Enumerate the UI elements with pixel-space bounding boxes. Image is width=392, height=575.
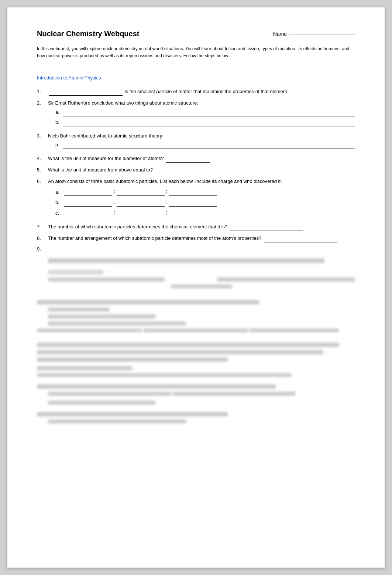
q6-b-sep1: ; — [114, 198, 115, 206]
question-7: 7. The number of which subatomic particl… — [37, 223, 355, 231]
blurred-sub-5 — [48, 419, 355, 423]
blurred-line-2 — [48, 278, 165, 282]
blurred-line-18 — [48, 392, 171, 396]
q7-text: The number of which subatomic particles … — [48, 224, 229, 229]
q6-b-label: b. — [55, 199, 63, 207]
q5-blank[interactable] — [155, 174, 229, 174]
section-link[interactable]: Introduction to Atomic Physics — [37, 75, 101, 81]
blurred-title-1 — [48, 270, 103, 275]
question-5: 5. What is the unit of measure from abov… — [37, 166, 355, 174]
q9-content — [48, 245, 355, 253]
question-6: 6. An atom consists of three basic subat… — [37, 178, 355, 220]
blurred-line-6 — [48, 307, 109, 312]
q4-blank[interactable] — [166, 162, 210, 163]
blurred-line-14 — [37, 357, 228, 362]
question-3: 3. Niels Bohr contributed what to atomic… — [37, 132, 355, 152]
q4-num: 4. — [37, 155, 48, 163]
q2-num: 2. — [37, 99, 48, 128]
q6-b-blank1[interactable] — [64, 200, 112, 207]
blurred-block-3 — [37, 343, 355, 377]
q2-text: Sir Ernst Rutherford concluded what two … — [48, 100, 198, 106]
q6-c-label: c. — [55, 210, 63, 217]
header: Nuclear Chemistry Webquest Name — [37, 30, 355, 38]
q6-b-blank3[interactable] — [169, 200, 217, 207]
q1-num: 1. — [37, 88, 48, 96]
q2-sub-a-blank[interactable] — [63, 110, 355, 116]
blurred-section — [37, 258, 355, 423]
q8-blank[interactable] — [264, 242, 337, 242]
q4-content: What is the unit of measure for the diam… — [48, 155, 355, 163]
blurred-line-3 — [217, 278, 355, 282]
blurred-block-4 — [37, 384, 355, 405]
blurred-line-8 — [48, 321, 186, 326]
question-1: 1. is the smallest particle of matter th… — [37, 88, 355, 96]
q5-text: What is the unit of measure from above e… — [48, 167, 154, 173]
q6-a-sep2: ; — [166, 188, 168, 195]
q7-blank[interactable] — [230, 231, 303, 231]
q6-c-blank1[interactable] — [64, 211, 112, 217]
blurred-line-1 — [48, 258, 324, 263]
blurred-lines-row — [37, 329, 355, 335]
blurred-block-5 — [37, 412, 355, 423]
q2-sub-a-label: a. — [55, 109, 63, 116]
q6-a-blank1[interactable] — [64, 189, 112, 196]
blurred-line-7 — [48, 314, 155, 319]
q5-content: What is the unit of measure from above e… — [48, 166, 355, 174]
q6-a-blank2[interactable] — [117, 189, 165, 196]
blurred-line-5 — [37, 300, 259, 304]
q6-b-blank2[interactable] — [117, 200, 165, 207]
q2-sub-b-blank[interactable] — [63, 120, 355, 126]
q6-c-blank3[interactable] — [169, 211, 217, 217]
question-4: 4. What is the unit of measure for the d… — [37, 155, 355, 163]
q6-a-sep1: ; — [114, 188, 115, 195]
q7-num: 7. — [37, 223, 48, 231]
q6-row-c: c. ; ; — [55, 209, 355, 217]
name-field: Name — [273, 31, 355, 37]
blurred-line-12 — [37, 343, 339, 347]
q2-sub-b: b. — [55, 119, 355, 126]
name-input-line[interactable] — [289, 34, 355, 34]
q1-blank[interactable] — [49, 95, 123, 96]
blurred-line-10 — [143, 329, 248, 332]
blurred-line-9 — [37, 329, 142, 332]
q2-sub-list: a. b. — [55, 109, 355, 126]
blurred-line-17 — [37, 384, 276, 389]
blurred-line-20 — [48, 401, 155, 405]
blurred-sub-2 — [48, 307, 355, 326]
q2-content: Sir Ernst Rutherford concluded what two … — [48, 99, 355, 128]
intro-text: In this webquest, you will explore nucle… — [37, 45, 355, 59]
q1-content: is the smallest particle of matter that … — [48, 88, 355, 96]
q4-text: What is the unit of measure for the diam… — [48, 156, 165, 161]
q6-content: An atom consists of three basic subatomi… — [48, 178, 355, 220]
q2-sub-a: a. — [55, 109, 355, 116]
q1-text: is the smallest particle of matter that … — [125, 89, 289, 94]
blurred-row-1 — [48, 258, 355, 266]
q8-text: The number and arrangement of which suba… — [48, 235, 263, 241]
blurred-center-1 — [48, 285, 355, 293]
blurred-line-16 — [37, 373, 292, 377]
blurred-line-15 — [37, 366, 133, 370]
q3-sub-a-blank[interactable] — [63, 142, 355, 149]
q2-sub-b-label: b. — [55, 119, 63, 126]
question-2: 2. Sir Ernst Rutherford concluded what t… — [37, 99, 355, 128]
question-9: 9. — [37, 245, 355, 253]
blurred-line-13 — [37, 350, 323, 354]
q6-row-a: a. ; ; — [55, 188, 355, 196]
blurred-line-11 — [250, 329, 339, 332]
q6-c-sep1: ; — [114, 209, 115, 217]
blurred-line-22 — [48, 419, 186, 423]
q6-sub-container: a. ; ; b. ; ; — [55, 188, 355, 217]
q9-num: 9. — [37, 245, 48, 253]
q3-sub-list: a. — [55, 141, 355, 149]
q3-num: 3. — [37, 132, 48, 152]
q6-c-blank2[interactable] — [117, 211, 165, 217]
question-8: 8. The number and arrangement of which s… — [37, 235, 355, 242]
blurred-sub-4 — [48, 392, 355, 405]
q6-text: An atom consists of three basic subatomi… — [48, 178, 282, 184]
q3-sub-a: a. — [55, 141, 355, 149]
blurred-line-19 — [172, 392, 295, 396]
q6-row-b: b. ; ; — [55, 198, 355, 207]
page: Nuclear Chemistry Webquest Name In this … — [7, 7, 385, 568]
q6-a-blank3[interactable] — [169, 189, 217, 196]
page-title: Nuclear Chemistry Webquest — [37, 30, 140, 38]
